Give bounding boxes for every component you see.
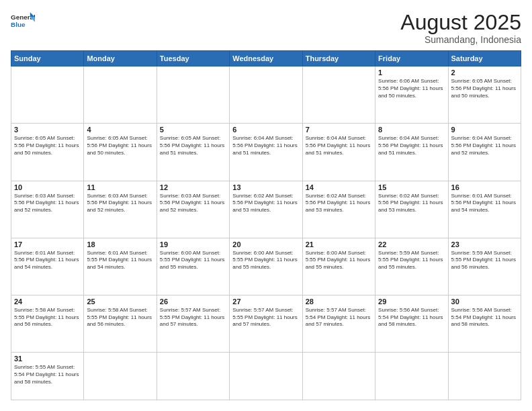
day-number: 15	[378, 183, 445, 191]
day-number: 16	[451, 183, 518, 191]
table-row: 16Sunrise: 6:01 AM Sunset: 5:56 PM Dayli…	[448, 181, 521, 238]
day-info: Sunrise: 5:58 AM Sunset: 5:55 PM Dayligh…	[87, 307, 153, 328]
day-number: 29	[378, 298, 445, 306]
day-number: 27	[232, 298, 299, 306]
day-info: Sunrise: 6:05 AM Sunset: 5:56 PM Dayligh…	[14, 135, 81, 156]
location: Sumandang, Indonesia	[400, 34, 521, 45]
day-info: Sunrise: 6:05 AM Sunset: 5:56 PM Dayligh…	[160, 135, 226, 156]
day-number: 23	[451, 240, 518, 248]
day-number: 10	[14, 183, 81, 191]
page: General Blue August 2025 Sumandang, Indo…	[0, 0, 532, 411]
day-info: Sunrise: 6:02 AM Sunset: 5:56 PM Dayligh…	[378, 193, 445, 214]
table-row: 23Sunrise: 5:59 AM Sunset: 5:55 PM Dayli…	[448, 238, 521, 295]
table-row: 21Sunrise: 6:00 AM Sunset: 5:55 PM Dayli…	[302, 238, 375, 295]
table-row	[302, 66, 375, 124]
calendar-table: Sunday Monday Tuesday Wednesday Thursday…	[11, 50, 521, 400]
col-saturday: Saturday	[448, 51, 521, 66]
day-info: Sunrise: 6:05 AM Sunset: 5:56 PM Dayligh…	[87, 135, 153, 156]
day-number: 11	[87, 183, 153, 191]
day-info: Sunrise: 5:57 AM Sunset: 5:54 PM Dayligh…	[306, 307, 372, 328]
table-row: 7Sunrise: 6:04 AM Sunset: 5:56 PM Daylig…	[302, 124, 375, 181]
day-info: Sunrise: 6:03 AM Sunset: 5:56 PM Dayligh…	[14, 193, 81, 214]
day-info: Sunrise: 6:01 AM Sunset: 5:55 PM Dayligh…	[87, 250, 153, 271]
day-number: 4	[87, 126, 153, 134]
table-row: 22Sunrise: 5:59 AM Sunset: 5:55 PM Dayli…	[375, 238, 448, 295]
table-row: 25Sunrise: 5:58 AM Sunset: 5:55 PM Dayli…	[84, 295, 157, 352]
table-row: 11Sunrise: 6:03 AM Sunset: 5:56 PM Dayli…	[84, 181, 157, 238]
day-info: Sunrise: 6:03 AM Sunset: 5:56 PM Dayligh…	[87, 193, 153, 214]
day-number: 14	[306, 183, 372, 191]
day-number: 19	[160, 240, 226, 248]
table-row: 9Sunrise: 6:04 AM Sunset: 5:56 PM Daylig…	[448, 124, 521, 181]
day-info: Sunrise: 6:00 AM Sunset: 5:55 PM Dayligh…	[232, 250, 299, 271]
table-row	[230, 352, 302, 400]
day-info: Sunrise: 5:55 AM Sunset: 5:54 PM Dayligh…	[14, 364, 81, 385]
table-row: 14Sunrise: 6:02 AM Sunset: 5:56 PM Dayli…	[302, 181, 375, 238]
table-row	[230, 66, 302, 124]
day-info: Sunrise: 6:00 AM Sunset: 5:55 PM Dayligh…	[160, 250, 226, 271]
day-info: Sunrise: 6:04 AM Sunset: 5:56 PM Dayligh…	[451, 135, 518, 156]
table-row: 1Sunrise: 6:06 AM Sunset: 5:56 PM Daylig…	[375, 66, 448, 124]
day-info: Sunrise: 6:05 AM Sunset: 5:56 PM Dayligh…	[451, 78, 518, 99]
col-friday: Friday	[375, 51, 448, 66]
table-row: 29Sunrise: 5:56 AM Sunset: 5:54 PM Dayli…	[375, 295, 448, 352]
day-number: 13	[232, 183, 299, 191]
calendar-header-row: Sunday Monday Tuesday Wednesday Thursday…	[11, 51, 521, 66]
table-row	[157, 352, 229, 400]
table-row	[84, 66, 157, 124]
table-row: 8Sunrise: 6:04 AM Sunset: 5:56 PM Daylig…	[375, 124, 448, 181]
day-number: 26	[160, 298, 226, 306]
day-number: 28	[306, 298, 372, 306]
day-info: Sunrise: 5:56 AM Sunset: 5:54 PM Dayligh…	[378, 307, 445, 328]
table-row: 5Sunrise: 6:05 AM Sunset: 5:56 PM Daylig…	[157, 124, 229, 181]
table-row: 12Sunrise: 6:03 AM Sunset: 5:56 PM Dayli…	[157, 181, 229, 238]
generalblue-logo-icon: General Blue	[11, 11, 35, 30]
day-number: 25	[87, 298, 153, 306]
day-number: 20	[232, 240, 299, 248]
table-row	[157, 66, 229, 124]
day-number: 9	[451, 126, 518, 134]
day-number: 22	[378, 240, 445, 248]
table-row: 28Sunrise: 5:57 AM Sunset: 5:54 PM Dayli…	[302, 295, 375, 352]
logo: General Blue	[11, 11, 35, 30]
day-number: 6	[232, 126, 299, 134]
table-row: 31Sunrise: 5:55 AM Sunset: 5:54 PM Dayli…	[11, 352, 84, 400]
col-sunday: Sunday	[11, 51, 84, 66]
day-info: Sunrise: 5:58 AM Sunset: 5:55 PM Dayligh…	[14, 307, 81, 328]
table-row	[302, 352, 375, 400]
day-info: Sunrise: 6:04 AM Sunset: 5:56 PM Dayligh…	[378, 135, 445, 156]
month-title: August 2025	[400, 11, 521, 34]
table-row	[448, 352, 521, 400]
table-row: 30Sunrise: 5:56 AM Sunset: 5:54 PM Dayli…	[448, 295, 521, 352]
table-row	[11, 66, 84, 124]
table-row: 6Sunrise: 6:04 AM Sunset: 5:56 PM Daylig…	[230, 124, 302, 181]
table-row: 18Sunrise: 6:01 AM Sunset: 5:55 PM Dayli…	[84, 238, 157, 295]
day-info: Sunrise: 5:59 AM Sunset: 5:55 PM Dayligh…	[378, 250, 445, 271]
day-number: 18	[87, 240, 153, 248]
day-info: Sunrise: 6:02 AM Sunset: 5:56 PM Dayligh…	[232, 193, 299, 214]
day-number: 5	[160, 126, 226, 134]
day-number: 2	[451, 68, 518, 77]
table-row: 13Sunrise: 6:02 AM Sunset: 5:56 PM Dayli…	[230, 181, 302, 238]
table-row: 17Sunrise: 6:01 AM Sunset: 5:56 PM Dayli…	[11, 238, 84, 295]
day-number: 21	[306, 240, 372, 248]
table-row	[84, 352, 157, 400]
day-info: Sunrise: 6:01 AM Sunset: 5:56 PM Dayligh…	[451, 193, 518, 214]
table-row: 19Sunrise: 6:00 AM Sunset: 5:55 PM Dayli…	[157, 238, 229, 295]
col-monday: Monday	[84, 51, 157, 66]
day-info: Sunrise: 5:59 AM Sunset: 5:55 PM Dayligh…	[451, 250, 518, 271]
day-info: Sunrise: 6:02 AM Sunset: 5:56 PM Dayligh…	[306, 193, 372, 214]
day-info: Sunrise: 6:06 AM Sunset: 5:56 PM Dayligh…	[378, 78, 445, 99]
title-section: August 2025 Sumandang, Indonesia	[400, 11, 521, 45]
table-row: 3Sunrise: 6:05 AM Sunset: 5:56 PM Daylig…	[11, 124, 84, 181]
header: General Blue August 2025 Sumandang, Indo…	[11, 11, 521, 45]
table-row: 10Sunrise: 6:03 AM Sunset: 5:56 PM Dayli…	[11, 181, 84, 238]
table-row: 27Sunrise: 5:57 AM Sunset: 5:55 PM Dayli…	[230, 295, 302, 352]
table-row: 24Sunrise: 5:58 AM Sunset: 5:55 PM Dayli…	[11, 295, 84, 352]
table-row: 26Sunrise: 5:57 AM Sunset: 5:55 PM Dayli…	[157, 295, 229, 352]
day-info: Sunrise: 6:03 AM Sunset: 5:56 PM Dayligh…	[160, 193, 226, 214]
day-number: 8	[378, 126, 445, 134]
day-number: 12	[160, 183, 226, 191]
table-row: 20Sunrise: 6:00 AM Sunset: 5:55 PM Dayli…	[230, 238, 302, 295]
day-number: 31	[14, 355, 81, 363]
